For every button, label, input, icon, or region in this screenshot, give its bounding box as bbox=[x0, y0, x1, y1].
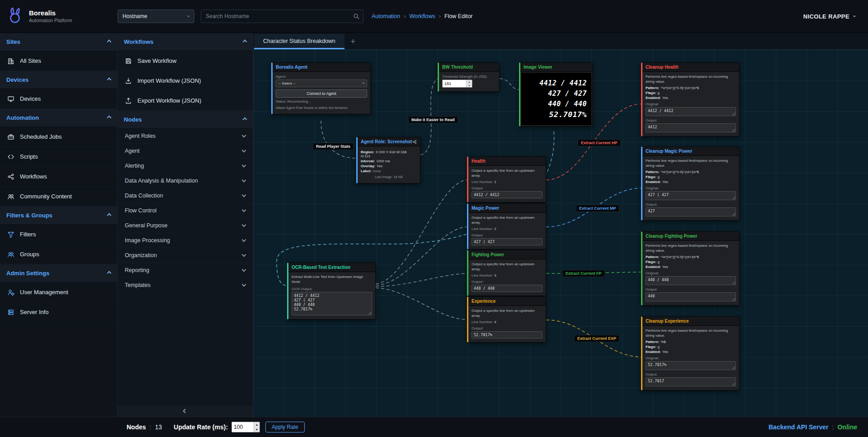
output-field[interactable] bbox=[646, 377, 736, 386]
node-category-data-collection[interactable]: Data Collection bbox=[118, 188, 253, 203]
node-bw-threshold[interactable]: BW Threshold Threshold Strength (0–255):… bbox=[438, 62, 500, 92]
threshold-input[interactable] bbox=[443, 80, 466, 87]
spin-up-button[interactable]: ▲ bbox=[467, 80, 472, 84]
row-value: Yes bbox=[377, 164, 382, 168]
node-cleanup-health[interactable]: Cleanup Health Performs live regex-based… bbox=[641, 62, 740, 136]
line-number-label: Line Number: bbox=[472, 227, 493, 231]
sidebar-item-user-management[interactable]: User Management bbox=[0, 282, 117, 302]
agent-select[interactable]: -- Select -- bbox=[276, 80, 367, 87]
sidebar-item-community-content[interactable]: Community Content bbox=[0, 187, 117, 207]
spin-down-button[interactable]: ▼ bbox=[254, 427, 259, 432]
node-category-agent-roles[interactable]: Agent Roles bbox=[118, 129, 253, 144]
output-field[interactable] bbox=[646, 123, 736, 132]
share-icon[interactable] bbox=[412, 140, 417, 144]
save-workflow-button[interactable]: Save Workflow bbox=[118, 51, 253, 71]
sidebar-item-devices[interactable]: Devices bbox=[0, 89, 117, 109]
import-workflow-button[interactable]: Import Workflow (JSON) bbox=[118, 71, 253, 91]
hostname-select[interactable]: Hostname bbox=[118, 9, 194, 23]
hostname-search-input[interactable] bbox=[201, 9, 363, 23]
connect-agent-button[interactable]: Connect to Agent bbox=[276, 89, 367, 98]
node-category-organization[interactable]: Organization bbox=[118, 248, 253, 263]
sidebar-item-workflows[interactable]: Workflows bbox=[0, 167, 117, 187]
output-field[interactable] bbox=[472, 285, 542, 292]
node-cleanup-experience[interactable]: Cleanup Experience Performs live regex-b… bbox=[641, 316, 740, 390]
node-category-templates[interactable]: Templates bbox=[118, 278, 253, 293]
output-field[interactable] bbox=[646, 292, 736, 301]
status-bar: Nodes : 13 Update Rate (ms): ▲ ▼ Apply R… bbox=[0, 417, 868, 437]
sidebar-item-scripts[interactable]: Scripts bbox=[0, 147, 117, 167]
node-fighting-power[interactable]: Fighting Power Output a specific line fr… bbox=[467, 250, 546, 296]
sidebar-item-groups[interactable]: Groups bbox=[0, 244, 117, 264]
breadcrumb-workflows[interactable]: Workflows bbox=[409, 13, 435, 19]
node-category-reporting[interactable]: Reporting bbox=[118, 263, 253, 278]
node-agent-role-screenshot[interactable]: Agent Role: Screenshot Region:X:200 Y:41… bbox=[356, 137, 420, 183]
node-category-data-analysis[interactable]: Data Analysis & Manipulation bbox=[118, 174, 253, 188]
node-category-general-purpose[interactable]: General Purpose bbox=[118, 218, 253, 233]
category-label: Image Processing bbox=[125, 237, 170, 244]
category-label: Alerting bbox=[125, 163, 144, 169]
flow-canvas[interactable]: Borealis Agent Agent: -- Select -- Conne… bbox=[253, 50, 868, 417]
original-field[interactable] bbox=[646, 107, 736, 116]
nav-section-filters-groups[interactable]: Filters & Groups bbox=[0, 207, 117, 225]
add-tab-button[interactable]: + bbox=[344, 34, 362, 49]
output-field[interactable] bbox=[472, 238, 542, 245]
original-field[interactable] bbox=[646, 191, 736, 200]
original-field[interactable] bbox=[646, 276, 736, 285]
row-key: Enabled: bbox=[646, 96, 661, 100]
nodes-section-header[interactable]: Nodes bbox=[118, 111, 253, 129]
user-menu[interactable]: NICOLE RAPPE bbox=[803, 13, 855, 20]
import-icon bbox=[125, 77, 132, 85]
node-borealis-agent[interactable]: Borealis Agent Agent: -- Select -- Conne… bbox=[271, 62, 371, 114]
node-category-flow-control[interactable]: Flow Control bbox=[118, 203, 253, 218]
chevron-up-icon bbox=[243, 40, 247, 44]
line-number-value: 1 bbox=[494, 180, 496, 184]
tab-character-status-breakdown[interactable]: Character Status Breakdown bbox=[254, 34, 344, 49]
sidebar-item-scheduled-jobs[interactable]: Scheduled Jobs bbox=[0, 127, 117, 147]
brand-text: Borealis Automation Platform bbox=[29, 9, 72, 23]
search-icon[interactable] bbox=[353, 13, 360, 20]
apply-rate-button[interactable]: Apply Rate bbox=[265, 422, 305, 432]
row-key: Flags: bbox=[646, 175, 656, 179]
node-cleanup-fighting-power[interactable]: Cleanup Fighting Power Performs live reg… bbox=[641, 231, 740, 305]
node-category-agent[interactable]: Agent bbox=[118, 144, 253, 159]
breadcrumb-automation[interactable]: Automation bbox=[372, 13, 400, 19]
node-magic-power[interactable]: Magic Power Output a specific line from … bbox=[467, 203, 546, 249]
update-rate-input[interactable] bbox=[232, 422, 254, 432]
nav-section-automation[interactable]: Automation bbox=[0, 109, 117, 127]
spin-down-button[interactable]: ▼ bbox=[467, 84, 472, 87]
output-field[interactable] bbox=[646, 207, 736, 216]
ocr-output-field[interactable] bbox=[292, 292, 372, 315]
node-ocr-text-extraction[interactable]: OCR-Based Text Extraction Extract Multi-… bbox=[287, 263, 376, 320]
node-category-image-processing[interactable]: Image Processing bbox=[118, 233, 253, 248]
output-field[interactable] bbox=[472, 191, 542, 198]
last-image-size: Last Image: 16 KB bbox=[361, 175, 417, 179]
output-field[interactable] bbox=[472, 331, 542, 338]
export-workflow-button[interactable]: Export Workflow (JSON) bbox=[118, 91, 253, 111]
node-health[interactable]: Health Output a specific line from an up… bbox=[467, 156, 546, 202]
nav-section-sites[interactable]: Sites bbox=[0, 33, 117, 51]
sidebar-item-all-sites[interactable]: All Sites bbox=[0, 51, 117, 71]
node-cleanup-magic-power[interactable]: Cleanup Magic Power Performs live regex-… bbox=[641, 146, 740, 221]
spin-up-button[interactable]: ▲ bbox=[254, 422, 259, 427]
node-category-alerting[interactable]: Alerting bbox=[118, 159, 253, 174]
row-value: g bbox=[658, 91, 660, 95]
collapse-sidebar-button[interactable] bbox=[118, 405, 253, 417]
sidebar-item-server-info[interactable]: Server Info bbox=[0, 302, 117, 322]
nav-section-devices[interactable]: Devices bbox=[0, 71, 117, 89]
row-key: Pattern: bbox=[646, 340, 659, 344]
sidebar-item-label: All Sites bbox=[20, 57, 41, 64]
line-number-label: Line Number: bbox=[472, 320, 493, 324]
node-desc: Output a specific line from an upstream … bbox=[472, 309, 542, 319]
agent-label: Agent: bbox=[276, 75, 367, 79]
nav-section-admin-settings[interactable]: Admin Settings bbox=[0, 264, 117, 282]
sidebar-item-filters[interactable]: Filters bbox=[0, 225, 117, 244]
spinner: ▲ ▼ bbox=[466, 80, 472, 87]
chevron-up-icon bbox=[107, 271, 112, 276]
chevron-up-icon bbox=[107, 116, 112, 120]
node-image-viewer[interactable]: Image Viewer 4412 / 4412 427 / 427 440 /… bbox=[519, 62, 593, 127]
node-experience[interactable]: Experience Output a specific line from a… bbox=[467, 296, 546, 343]
sidebar-item-label: Groups bbox=[20, 251, 39, 258]
original-field[interactable] bbox=[646, 361, 736, 370]
workflows-section-header[interactable]: Workflows bbox=[118, 33, 253, 51]
wire bbox=[500, 79, 519, 89]
